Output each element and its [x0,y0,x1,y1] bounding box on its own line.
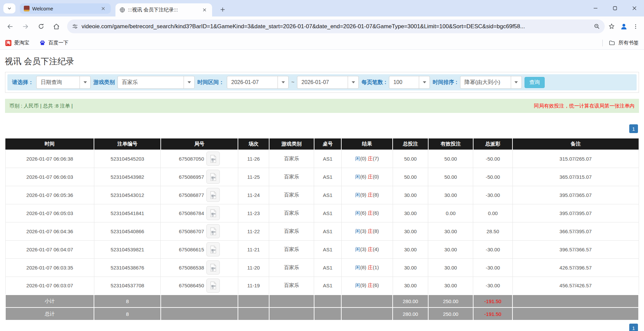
cell-bet_id: 523104537708 [94,277,160,295]
cell-result: 闲(9) 庄(6) [341,277,393,295]
cell-valid_bet: 30.00 [428,186,473,204]
cell-time: 2026-01-07 06:06:03 [5,168,94,186]
video-replay-button[interactable] [206,188,220,202]
cell-table_no: AS1 [314,240,341,258]
cell-payout: -30.00 [473,277,512,295]
column-header: 备注 [512,138,639,150]
welcome-favicon-icon [24,6,30,11]
home-button[interactable] [50,20,62,33]
cell-time: 2026-01-07 06:05:03 [5,204,94,222]
cell-time: 2026-01-07 06:03:35 [5,258,94,277]
column-header: 结果 [341,138,393,150]
chevron-down-icon [278,76,288,88]
page-title: 视讯 会员下注纪录 [5,56,74,67]
video-replay-button[interactable] [206,224,220,238]
cell-remark: 395.07/395.07 [512,204,639,222]
new-tab-button[interactable] [217,4,228,14]
table-row: 2026-01-07 06:05:03523104541841675086784… [5,204,639,222]
bookmark-label: 百度一下 [48,40,68,46]
filter-bar: 请选择： 日期查询 游戏类别 百家乐 时间区间： 2026-01-07 ~ [7,74,637,90]
table-footer: 小计8280.00250.00-191.50总计8280.00250.00-19… [5,295,639,320]
tab-search-button[interactable] [3,3,15,13]
sort-select[interactable]: 降幂(由大到小) [460,76,522,89]
summary-cell [238,307,269,320]
cell-remark: 315.07/265.07 [512,150,639,168]
bookmark-label: 爱淘宝 [14,40,29,46]
summary-cell [341,295,393,307]
profile-avatar-icon[interactable] [620,23,628,31]
game-kind-value: 百家乐 [118,79,184,86]
zoom-icon[interactable] [594,23,600,30]
summary-cell: 小计 [5,295,94,307]
cell-valid_bet: 50.00 [428,150,473,168]
cell-payout: 28.50 [473,222,512,240]
close-tab-icon[interactable] [201,6,208,14]
bookmark-aitaobao[interactable]: 淘 爱淘宝 [5,40,29,46]
pagination-page-1[interactable]: 1 [629,124,638,133]
column-header: 总派彩 [473,138,512,150]
cell-round: 675086877 [161,186,238,204]
summary-cell [341,307,393,320]
reload-button[interactable] [35,20,47,33]
round-number: 675087050 [179,156,204,162]
back-arrow-icon [6,23,14,30]
cell-result: 闲(9) 庄(8) [341,186,393,204]
video-replay-button[interactable] [206,279,220,293]
per-page-select[interactable]: 100 [389,76,430,89]
all-bookmarks[interactable]: 所有书签 [602,40,639,46]
video-replay-button[interactable] [206,170,220,184]
bookmark-star-icon[interactable] [608,23,615,30]
menu-dots-icon[interactable] [633,23,639,30]
browser-window: Welcome :::视讯 会员下注纪录::: [0,0,644,331]
game-kind-select[interactable]: 百家乐 [117,76,195,89]
cell-session: 11-20 [238,258,269,277]
cell-valid_bet: 30.00 [428,222,473,240]
date-end-select[interactable]: 2026-01-07 [297,76,359,89]
back-button[interactable] [4,20,16,33]
table-header: 时间注单编号局号场次游戏类别桌号结果总投注有效投注总派彩备注 [5,138,639,150]
minimize-button[interactable] [586,0,605,16]
video-replay-button[interactable] [206,260,220,275]
cell-round: 675086450 [161,277,238,295]
cell-time: 2026-01-07 06:04:36 [5,222,94,240]
query-type-select[interactable]: 日期查询 [36,76,91,89]
baidu-paw-icon [39,40,46,46]
cell-total_bet: 30.00 [393,240,428,258]
column-header: 桌号 [314,138,341,150]
cell-valid_bet: 30.00 [428,240,473,258]
video-file-icon [210,245,217,254]
summary-bar: 币别 : 人民币 | 总共 :8 注单 | 同局有效投注，统一计算在该局第一张注… [5,99,639,113]
tab-betrecord[interactable]: :::视讯 会员下注纪录::: [115,3,212,16]
date-start-value: 2026-01-07 [227,79,278,85]
bookmark-baidu[interactable]: 百度一下 [39,40,68,46]
tab-welcome[interactable]: Welcome [20,3,111,14]
date-start-select[interactable]: 2026-01-07 [227,76,289,89]
tab-strip: Welcome :::视讯 会员下注纪录::: [0,0,644,16]
forward-arrow-icon [22,23,29,30]
search-button[interactable]: 查询 [525,77,545,88]
video-replay-button[interactable] [206,152,220,166]
cell-round: 675086707 [161,222,238,240]
close-tab-icon[interactable] [99,5,107,12]
cell-result: 闲(3) 庄(8) [341,222,393,240]
pagination-page-1-bottom[interactable]: 1 [629,324,638,331]
range-separator: ~ [291,79,294,85]
cell-table_no: AS1 [314,222,341,240]
cell-payout: -50.00 [473,168,512,186]
video-replay-button[interactable] [206,242,220,256]
maximize-button[interactable] [605,0,625,16]
cell-game: 百家乐 [269,150,314,168]
video-replay-button[interactable] [206,206,220,220]
window-controls [586,0,644,16]
cell-table_no: AS1 [314,150,341,168]
cell-payout: -30.00 [473,258,512,277]
cell-bet_id: 523104543982 [94,168,160,186]
cell-round: 675086615 [161,240,238,258]
column-header: 游戏类别 [269,138,314,150]
address-bar[interactable]: videoie.com/game/betrecord_search/kind3?… [67,19,605,33]
close-window-button[interactable] [625,0,644,16]
forward-button[interactable] [19,20,32,33]
cell-session: 11-21 [238,240,269,258]
globe-icon [119,7,125,13]
query-type-value: 日期查询 [37,79,80,86]
